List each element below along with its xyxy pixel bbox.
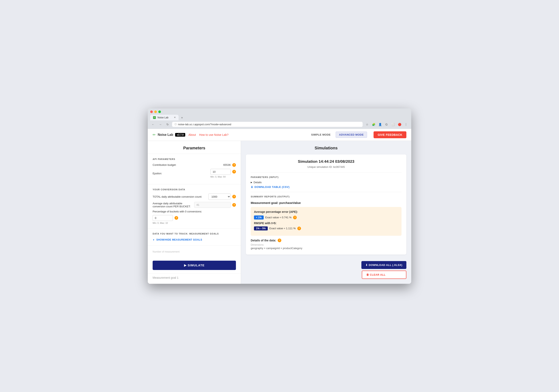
back-button[interactable]: ←: [150, 121, 156, 127]
ape-card: Average percentage error (APE): < 1% Exa…: [251, 207, 401, 236]
address-bar[interactable]: ⓘ noise-lab.uc.r.appspot.com/?mode=advan…: [172, 122, 363, 127]
simulation-title: Simulation 14:44:24 03/08/2023: [251, 159, 401, 164]
measurement-goals-section: DATA YOU WANT TO TRACK: MEASUREMENT GOAL…: [148, 228, 241, 246]
menu-icon[interactable]: ⋮: [403, 121, 409, 127]
percentage-input-group: ? Min: 0, Max: 10: [153, 215, 236, 224]
address-bar-row: ← → ↻ ⓘ noise-lab.uc.r.appspot.com/?mode…: [148, 120, 411, 129]
epsilon-help-icon[interactable]: ?: [232, 170, 236, 174]
right-panel: Simulations Simulation 14:44:24 03/08/20…: [241, 141, 411, 284]
how-to-link[interactable]: How to use Noise Lab?: [199, 133, 228, 136]
minimize-button[interactable]: [154, 111, 157, 113]
total-conversion-select[interactable]: 1000: [208, 194, 231, 200]
average-conversion-row: Average daily attributable conversion co…: [153, 202, 236, 208]
epsilon-label: Epsilon:: [153, 172, 209, 175]
download-csv-link[interactable]: ⬇ DOWNLOAD TABLE (CSV): [251, 186, 401, 189]
new-tab-button[interactable]: +: [179, 115, 185, 120]
measurement-goals-label: DATA YOU WANT TO TRACK: MEASUREMENT GOAL…: [153, 233, 236, 235]
secure-icon: ⓘ: [175, 123, 177, 126]
extensions-icon[interactable]: 🧩: [371, 121, 376, 127]
profile-icon[interactable]: 👤: [377, 121, 383, 127]
total-conversion-label: TOTAL daily attributable conversion coun…: [153, 195, 207, 198]
parameters-input-label: PARAMETERS (INPUT): [251, 176, 401, 178]
forward-button[interactable]: →: [158, 121, 163, 127]
toggle-label: SHOW/HIDE MEASUREMENT GOALS: [156, 238, 202, 241]
tab-title: Noise Lab: [158, 116, 168, 119]
average-conversion-label: Average daily attributable conversion co…: [153, 202, 193, 208]
percentage-buckets-row: Percentage of buckets with 0 conversions…: [153, 210, 236, 213]
grammarly-icon[interactable]: G: [384, 121, 389, 127]
contribution-budget-label: Contribution budget:: [153, 163, 222, 166]
header-links: About How to use Noise Lab?: [188, 133, 228, 136]
contribution-budget-help-icon[interactable]: ?: [232, 163, 236, 167]
details-data-help-icon[interactable]: ?: [278, 239, 281, 242]
advanced-mode-button[interactable]: ADVANCED MODE: [336, 131, 367, 138]
api-params-label: API PARAMETERS: [153, 158, 236, 160]
browser-window: ✏ Noise Lab ✕ + ← → ↻ ⓘ noise-lab.uc.r.a…: [148, 108, 411, 284]
recorded-icon[interactable]: 🔴: [397, 121, 402, 127]
app-header: ✏ Noise Lab v2.7.0 About How to use Nois…: [148, 129, 411, 141]
rmspe-exact-value: Exact value = 1.111 %: [269, 227, 296, 230]
clear-all-button[interactable]: 🗑 CLEAR ALL: [362, 271, 406, 279]
faded-number-label: Number of measurement: [153, 250, 180, 253]
action-buttons: ⬇ DOWNLOAD ALL (.XLSX) 🗑 CLEAR ALL: [246, 258, 406, 279]
url-text: noise-lab.uc.r.appspot.com/?mode=advance…: [178, 123, 231, 126]
conversion-data-section: YOUR CONVERSION DATA TOTAL daily attribu…: [148, 184, 241, 228]
simulation-id: Unique simulation ID: bc067445: [251, 165, 401, 168]
contribution-budget-row: Contribution budget: 65536 ?: [153, 163, 236, 167]
epsilon-input-row: ?: [210, 169, 236, 175]
tab-bar: ✏ Noise Lab ✕ +: [150, 115, 409, 120]
divider-2: [251, 192, 401, 192]
download-all-button[interactable]: ⬇ DOWNLOAD ALL (.XLSX): [361, 261, 406, 269]
total-conversion-help-icon[interactable]: ?: [232, 195, 236, 198]
details-data-row: Details of the data: ?: [251, 239, 401, 242]
divider-1: [251, 172, 401, 173]
version-badge: v2.7.0: [175, 133, 185, 137]
details-row: ▶ Details: [251, 181, 401, 184]
rmspe-row: 1% – 5% Exact value = 1.111 % ?: [254, 226, 398, 231]
epsilon-input-group: ? Min: 0, Max: 64: [210, 169, 236, 178]
percentage-buckets-label: Percentage of buckets with 0 conversions…: [153, 210, 236, 213]
logo-text: Noise Lab: [158, 133, 173, 137]
dimensions-value: geography × campaignId × productCategory: [251, 247, 401, 250]
browser-actions: ☆ 🧩 👤 G ⬜ 🔴 ⋮: [364, 121, 409, 127]
rmspe-label: RMSPE with t=5:: [254, 222, 398, 225]
app-body: Parameters API PARAMETERS Contribution b…: [148, 141, 411, 284]
epsilon-input[interactable]: [210, 169, 231, 175]
download-csv-label: DOWNLOAD TABLE (CSV): [255, 186, 290, 188]
details-data-label: Details of the data:: [251, 239, 276, 242]
reload-button[interactable]: ↻: [165, 121, 170, 127]
rmspe-help-icon[interactable]: ?: [297, 227, 301, 230]
simple-mode-button[interactable]: SIMPLE MODE: [308, 132, 334, 138]
contribution-budget-value: 65536: [223, 163, 231, 166]
average-conversion-help-icon[interactable]: ?: [232, 203, 236, 207]
percentage-buckets-input[interactable]: [153, 215, 173, 221]
ape-exact-value: Exact value = 0.741 %: [265, 216, 292, 219]
summary-reports-label: SUMMARY REPORTS (OUTPUT): [251, 196, 401, 198]
tab-close-icon[interactable]: ✕: [174, 116, 176, 119]
pencil-icon: ✏: [153, 132, 156, 137]
measurement-goal-1-label: Measurement goal 1: [153, 276, 178, 279]
about-link[interactable]: About: [188, 133, 196, 136]
split-view-icon[interactable]: ⬜: [390, 121, 396, 127]
measurement-goal-1-section: Measurement goal 1: [148, 273, 241, 281]
ape-label: Average percentage error (APE):: [254, 210, 398, 214]
download-csv-icon: ⬇: [251, 186, 253, 189]
simulations-title: Simulations: [246, 146, 406, 150]
ghost-section: Number of measurement: [148, 246, 241, 257]
average-conversion-input[interactable]: [194, 202, 231, 208]
close-button[interactable]: [150, 111, 153, 113]
logo-area: ✏ Noise Lab v2.7.0: [153, 132, 185, 137]
show-hide-goals-toggle[interactable]: ▼ SHOW/HIDE MEASUREMENT GOALS: [153, 238, 202, 241]
dimensions-label: Dimensions:: [251, 243, 401, 246]
ape-badge: < 1%: [254, 215, 264, 220]
ape-help-icon[interactable]: ?: [293, 216, 297, 219]
feedback-button[interactable]: GIVE FEEDBACK: [373, 131, 406, 138]
bookmark-icon[interactable]: ☆: [364, 121, 370, 127]
details-triangle-icon: ▶: [251, 181, 252, 183]
simulate-button[interactable]: ▶ SIMULATE: [153, 261, 236, 270]
percentage-hint: Min: 0, Max: 10: [153, 222, 236, 224]
active-tab[interactable]: ✏ Noise Lab ✕: [150, 115, 178, 120]
percentage-buckets-help-icon[interactable]: ?: [175, 216, 178, 220]
right-panel-inner: Simulations Simulation 14:44:24 03/08/20…: [246, 146, 406, 279]
maximize-button[interactable]: [158, 111, 161, 113]
